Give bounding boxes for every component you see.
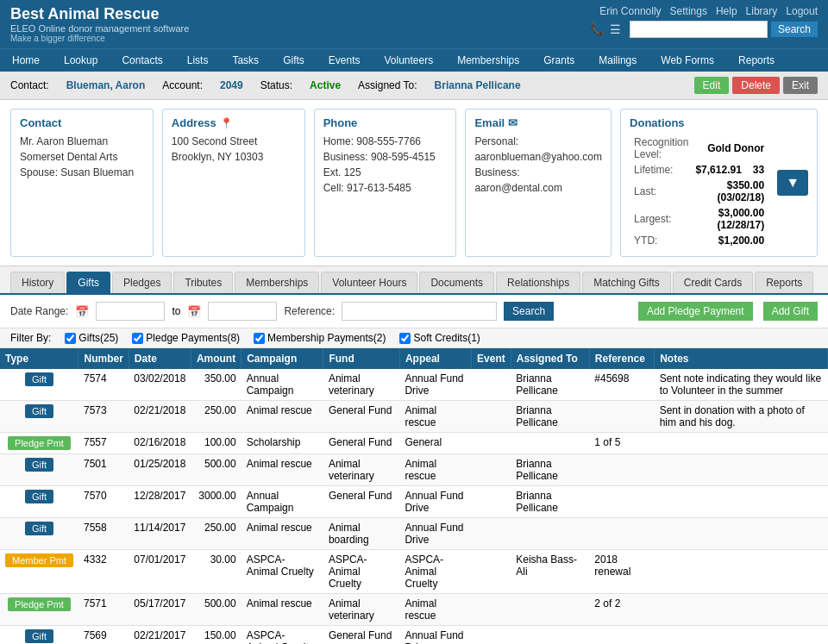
account-value[interactable]: 2049 xyxy=(220,79,243,91)
user-name-link[interactable]: Erin Connolly xyxy=(599,5,661,17)
cell-date: 05/17/2017 xyxy=(129,594,191,626)
cell-type[interactable]: Gift xyxy=(0,369,78,401)
phone-home: Home: 908-555-7766 xyxy=(323,134,448,149)
cell-campaign: ASPCA- Animal Cruelty xyxy=(242,626,323,645)
contact-value[interactable]: Blueman, Aaron xyxy=(66,79,146,91)
tab-tributes[interactable]: Tributes xyxy=(173,272,233,293)
type-button[interactable]: Member Pmt xyxy=(5,553,73,567)
tab-matching-gifts[interactable]: Matching Gifts xyxy=(582,272,671,293)
help-link[interactable]: Help xyxy=(716,5,737,17)
cell-date: 11/14/2017 xyxy=(129,518,191,550)
add-pledge-payment-button[interactable]: Add Pledge Payment xyxy=(638,302,753,321)
cell-type[interactable]: Pledge Pmt xyxy=(0,433,78,454)
settings-link[interactable]: Settings xyxy=(670,5,707,17)
cell-number: 7501 xyxy=(78,454,129,486)
cell-type[interactable]: Gift xyxy=(0,486,78,518)
edit-button[interactable]: Edit xyxy=(694,77,730,94)
nav-mailings[interactable]: Mailings xyxy=(586,49,649,72)
donations-data: Donations Recognition Level: Gold Donor … xyxy=(630,116,768,249)
nav-gifts[interactable]: Gifts xyxy=(271,49,317,72)
col-number: Number xyxy=(78,348,129,369)
cell-type[interactable]: Gift xyxy=(0,454,78,486)
cell-date: 07/01/2017 xyxy=(129,550,191,594)
cell-assigned-to: Keisha Bass-Ali xyxy=(511,550,589,594)
reference-input[interactable] xyxy=(342,302,497,321)
filter-pledge-payments[interactable]: Pledge Payments(8) xyxy=(132,332,240,344)
cell-reference xyxy=(589,401,654,433)
cell-assigned-to: Brianna Pellicane xyxy=(511,401,589,433)
tab-history[interactable]: History xyxy=(10,272,65,293)
nav-contacts[interactable]: Contacts xyxy=(110,49,174,72)
cell-appeal: Animal rescue xyxy=(399,454,471,486)
contact-bar-actions: Edit Delete Exit xyxy=(694,77,818,94)
cell-number: 7557 xyxy=(78,433,129,454)
type-button[interactable]: Gift xyxy=(25,458,53,472)
type-button[interactable]: Gift xyxy=(25,522,53,535)
cell-appeal: Annual Fund Drive xyxy=(399,486,471,518)
date-from-input[interactable] xyxy=(96,302,165,321)
filter-soft-credits[interactable]: Soft Credits(1) xyxy=(399,332,480,344)
contact-label: Contact: xyxy=(10,79,49,91)
tab-credit-cards[interactable]: Credit Cards xyxy=(673,272,753,293)
cell-type[interactable]: Gift xyxy=(0,518,78,550)
tab-reports[interactable]: Reports xyxy=(755,272,813,293)
nav-grants[interactable]: Grants xyxy=(531,49,586,72)
nav-tasks[interactable]: Tasks xyxy=(220,49,271,72)
cell-campaign: Annual Campaign xyxy=(242,369,323,401)
gifts-table-container: Type Number Date Amount Campaign Fund Ap… xyxy=(0,348,828,644)
col-campaign: Campaign xyxy=(242,348,323,369)
add-gift-button[interactable]: Add Gift xyxy=(763,302,818,321)
type-button[interactable]: Gift xyxy=(25,372,53,386)
date-from-icon[interactable]: 📅 xyxy=(75,305,89,318)
global-search-input[interactable] xyxy=(630,21,768,38)
nav-webforms[interactable]: Web Forms xyxy=(649,49,726,72)
type-button[interactable]: Gift xyxy=(25,629,53,643)
nav-volunteers[interactable]: Volunteers xyxy=(372,49,445,72)
tab-memberships[interactable]: Memberships xyxy=(235,272,319,293)
type-button[interactable]: Gift xyxy=(25,404,53,418)
recognition-label: Recognition Level: xyxy=(631,135,691,161)
type-button[interactable]: Pledge Pmt xyxy=(8,597,71,611)
cell-type[interactable]: Gift xyxy=(0,626,78,645)
logout-link[interactable]: Logout xyxy=(786,5,818,17)
type-button[interactable]: Gift xyxy=(25,490,53,503)
date-to-icon[interactable]: 📅 xyxy=(187,305,201,318)
global-search-button[interactable]: Search xyxy=(771,22,818,37)
exit-button[interactable]: Exit xyxy=(783,77,818,94)
table-row: Gift 7569 02/21/2017 150.00 ASPCA- Anima… xyxy=(0,626,828,645)
phone-card-title: Phone xyxy=(323,116,448,129)
cell-fund: General Fund xyxy=(323,433,400,454)
col-amount: Amount xyxy=(191,348,241,369)
main-nav: Home Lookup Contacts Lists Tasks Gifts E… xyxy=(0,48,828,72)
delete-button[interactable]: Delete xyxy=(732,77,780,94)
cell-type[interactable]: Member Pmt xyxy=(0,550,78,594)
status-value: Active xyxy=(310,79,341,91)
filter-membership-payments[interactable]: Membership Payments(2) xyxy=(254,332,386,344)
nav-home[interactable]: Home xyxy=(0,49,52,72)
cell-type[interactable]: Pledge Pmt xyxy=(0,594,78,626)
cell-appeal: ASPCA- Animal Cruelty xyxy=(399,550,471,594)
nav-lists[interactable]: Lists xyxy=(175,49,221,72)
list-icon: ☰ xyxy=(610,22,621,36)
tab-relationships[interactable]: Relationships xyxy=(496,272,580,293)
donations-expand-button[interactable]: ▼ xyxy=(777,170,808,196)
nav-memberships[interactable]: Memberships xyxy=(445,49,531,72)
tab-documents[interactable]: Documents xyxy=(419,272,494,293)
nav-lookup[interactable]: Lookup xyxy=(52,49,110,72)
cell-type[interactable]: Gift xyxy=(0,401,78,433)
tab-pledges[interactable]: Pledges xyxy=(112,272,172,293)
nav-reports[interactable]: Reports xyxy=(726,49,787,72)
tab-gifts[interactable]: Gifts xyxy=(66,272,110,293)
lifetime-value: $7,612.91 xyxy=(693,163,743,177)
library-link[interactable]: Library xyxy=(746,5,778,17)
tab-volunteer-hours[interactable]: Volunteer Hours xyxy=(321,272,417,293)
info-section: Contact Mr. Aaron Blueman Somerset Denta… xyxy=(0,100,828,266)
date-to-input[interactable] xyxy=(208,302,277,321)
cell-reference: 2018 renewal xyxy=(589,550,654,594)
type-button[interactable]: Pledge Pmt xyxy=(8,436,71,450)
filter-gifts[interactable]: Gifts(25) xyxy=(65,332,118,344)
cell-campaign: Animal rescue xyxy=(242,518,323,550)
cell-amount: 250.00 xyxy=(191,518,241,550)
search-button[interactable]: Search xyxy=(504,302,554,321)
nav-events[interactable]: Events xyxy=(317,49,373,72)
